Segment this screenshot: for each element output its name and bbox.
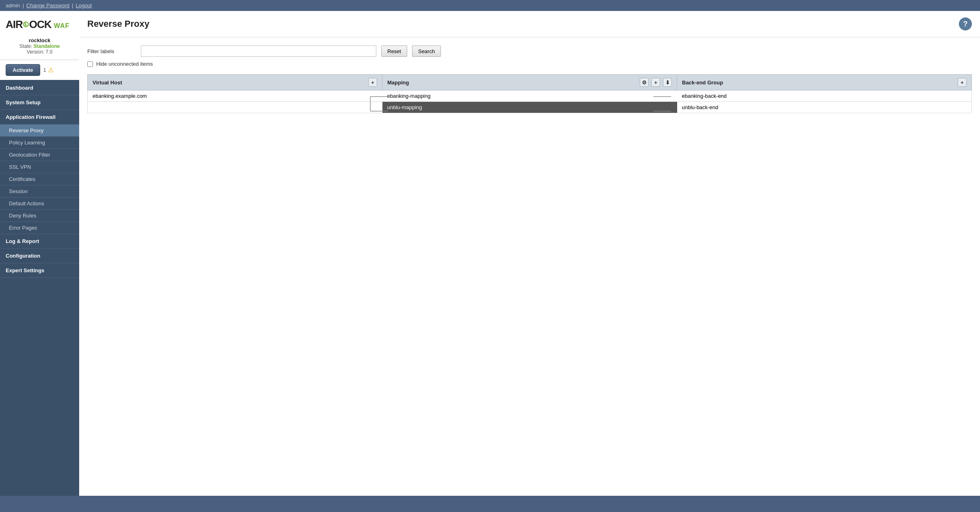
server-name: rocklock xyxy=(6,37,73,43)
proxy-table: Virtual Host + Mapping ⚙ + xyxy=(87,74,972,113)
sidebar-item-log-report[interactable]: Log & Report xyxy=(0,234,79,249)
change-password-link[interactable]: Change Password xyxy=(26,2,69,9)
sidebar-item-geolocation-filter[interactable]: Geolocation Filter xyxy=(0,149,79,161)
logo-area: AIROCK WAF xyxy=(0,11,79,35)
logo-text: AIROCK WAF xyxy=(6,18,69,30)
warning-icon: ⚠ xyxy=(48,66,54,74)
mapping-cell-2[interactable]: unblu-mapping xyxy=(382,102,677,113)
sidebar-item-session[interactable]: Session xyxy=(0,185,79,198)
content-header: Reverse Proxy ? xyxy=(79,11,980,37)
hide-unconnected-checkbox[interactable] xyxy=(87,61,93,67)
sidebar-item-expert-settings[interactable]: Expert Settings xyxy=(0,263,79,278)
filter-labels-label: Filter labels xyxy=(87,48,136,54)
mapping-value-1: ebanking-mapping xyxy=(387,93,431,99)
sidebar-item-certificates[interactable]: Certificates xyxy=(0,173,79,185)
content-body: Filter labels Reset Search Hide unconnec… xyxy=(79,37,980,496)
mapping-cell-1[interactable]: ebanking-mapping xyxy=(382,90,677,102)
separator2: | xyxy=(72,2,73,9)
admin-user: admin xyxy=(6,2,20,9)
virtual-host-cell[interactable]: ebanking.example.com xyxy=(88,90,382,102)
version-value: 7.0 xyxy=(46,49,53,55)
state-value: Standalone xyxy=(34,43,60,49)
backend-value-1: ebanking-back-end xyxy=(682,93,727,99)
virtual-host-cell-empty xyxy=(88,102,382,113)
hide-row: Hide unconnected items xyxy=(87,61,972,67)
mapping-tool-button[interactable]: ⚙ xyxy=(640,78,649,87)
badge-count: 1 xyxy=(43,67,46,73)
sidebar-item-system-setup[interactable]: System Setup xyxy=(0,95,79,110)
server-state: State: Standalone xyxy=(6,43,73,49)
hide-unconnected-label: Hide unconnected items xyxy=(96,61,153,67)
add-backend-button[interactable]: + xyxy=(958,78,967,87)
virtual-host-value: ebanking.example.com xyxy=(93,93,147,99)
mapping-header: Mapping ⚙ + ⬇ xyxy=(382,75,677,90)
backend-group-header-label: Back-end Group xyxy=(682,80,723,86)
server-info: rocklock State: Standalone Version: 7.0 xyxy=(0,35,79,60)
reset-button[interactable]: Reset xyxy=(381,45,407,57)
proxy-table-container: Virtual Host + Mapping ⚙ + xyxy=(87,74,972,113)
help-button[interactable]: ? xyxy=(959,17,972,30)
page-title: Reverse Proxy xyxy=(87,19,149,29)
logo: AIROCK WAF xyxy=(6,18,73,31)
activate-section: Activate 1 ⚠ xyxy=(0,60,79,81)
server-version: Version: 7.0 xyxy=(6,49,73,55)
backend-value-2: unblu-back-end xyxy=(682,104,719,110)
table-header-row: Virtual Host + Mapping ⚙ + xyxy=(88,75,972,90)
add-mapping-button[interactable]: + xyxy=(651,78,660,87)
sidebar-item-default-actions[interactable]: Default Actions xyxy=(0,198,79,210)
sidebar-item-application-firewall[interactable]: Application Firewall xyxy=(0,110,79,125)
virtual-host-header-label: Virtual Host xyxy=(93,80,122,86)
sidebar-item-dashboard[interactable]: Dashboard xyxy=(0,81,79,95)
content-area: Reverse Proxy ? Filter labels Reset Sear… xyxy=(79,11,980,496)
nav-section: Dashboard System Setup Application Firew… xyxy=(0,81,79,278)
table-row: ebanking.example.com ebanking-mapping eb… xyxy=(88,90,972,102)
logo-icon xyxy=(23,22,29,27)
sidebar-item-error-pages[interactable]: Error Pages xyxy=(0,222,79,234)
separator1: | xyxy=(22,2,24,9)
main-layout: AIROCK WAF rocklock State: Standalone Ve… xyxy=(0,11,980,496)
mapping-header-label: Mapping xyxy=(387,80,409,86)
filter-row: Filter labels Reset Search xyxy=(87,45,972,57)
download-mapping-button[interactable]: ⬇ xyxy=(663,78,672,87)
mapping-header-buttons: ⚙ + ⬇ xyxy=(639,78,672,87)
sidebar-item-reverse-proxy[interactable]: Reverse Proxy xyxy=(0,125,79,137)
activate-button[interactable]: Activate xyxy=(6,64,40,76)
add-virtual-host-button[interactable]: + xyxy=(368,78,377,87)
top-bar: admin | Change Password | Logout xyxy=(0,0,980,11)
sidebar-item-ssl-vpn[interactable]: SSL VPN xyxy=(0,161,79,173)
logout-link[interactable]: Logout xyxy=(76,2,92,9)
search-button[interactable]: Search xyxy=(412,45,441,57)
filter-input[interactable] xyxy=(141,45,376,57)
table-row: unblu-mapping unblu-back-end xyxy=(88,102,972,113)
sidebar-item-deny-rules[interactable]: Deny Rules xyxy=(0,210,79,222)
sidebar: AIROCK WAF rocklock State: Standalone Ve… xyxy=(0,11,79,496)
sidebar-item-policy-learning[interactable]: Policy Learning xyxy=(0,137,79,149)
backend-cell-1[interactable]: ebanking-back-end xyxy=(677,90,972,102)
virtual-host-header: Virtual Host + xyxy=(88,75,382,90)
mapping-value-2: unblu-mapping xyxy=(387,104,422,110)
warning-badge: 1 ⚠ xyxy=(43,66,54,74)
backend-group-header: Back-end Group + xyxy=(677,75,972,90)
backend-cell-2[interactable]: unblu-back-end xyxy=(677,102,972,113)
bottom-bar xyxy=(0,496,980,512)
sidebar-item-configuration[interactable]: Configuration xyxy=(0,249,79,263)
